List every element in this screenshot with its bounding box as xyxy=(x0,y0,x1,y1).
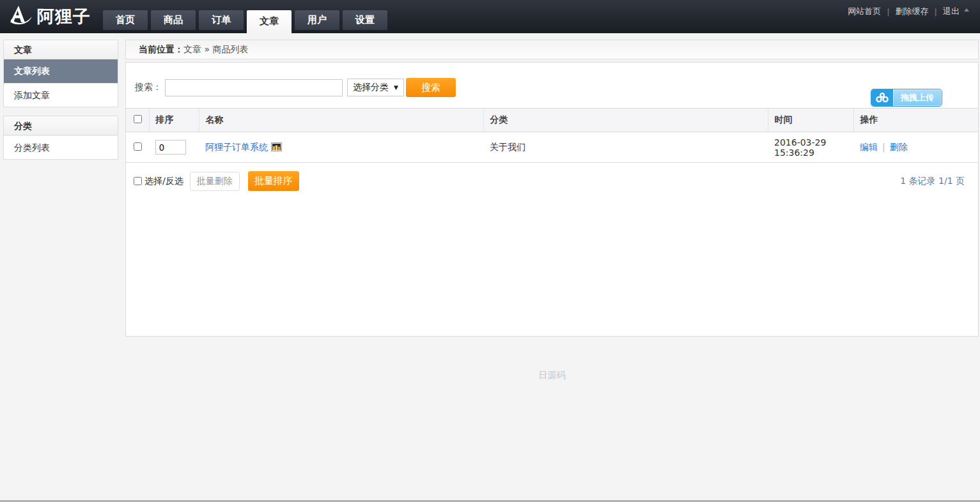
page-body: 文章 文章列表 添加文章 分类 分类列表 当前位置：文章 » 商品列表 搜索： … xyxy=(0,33,980,381)
sidebar: 文章 文章列表 添加文章 分类 分类列表 xyxy=(3,40,118,168)
pagination-summary: 1 条记录 1/1 页 xyxy=(900,176,965,187)
breadcrumb-path: 文章 » 商品列表 xyxy=(183,44,248,54)
search-label: 搜索： xyxy=(135,82,162,93)
article-name-link[interactable]: 阿狸子订单系统 xyxy=(205,142,268,152)
nav-tab-products[interactable]: 商品 xyxy=(151,10,196,30)
sidebar-group-categories: 分类 分类列表 xyxy=(3,116,118,160)
invert-selection-checkbox[interactable] xyxy=(134,177,142,185)
action-separator: | xyxy=(882,142,885,152)
column-header-actions: 操作 xyxy=(853,109,978,132)
content-panel: 搜索： 选择分类 ▼ 搜索 拖拽上传 xyxy=(125,62,979,337)
thumbnail-image-icon xyxy=(271,142,282,153)
logout-caret-icon xyxy=(964,8,969,11)
search-button[interactable]: 搜索 xyxy=(406,78,456,97)
table-header-row: 排序 名称 分类 时间 操作 xyxy=(126,109,978,132)
row-time: 2016-03-29 15:36:29 xyxy=(768,132,853,163)
logo-a-icon xyxy=(10,5,33,28)
sidebar-group-title: 分类 xyxy=(4,116,118,135)
column-header-name: 名称 xyxy=(199,109,483,132)
nav-tab-orders[interactable]: 订单 xyxy=(199,10,244,30)
cloud-cluster-icon xyxy=(871,89,893,106)
batch-actions: 选择/反选 批量删除 批量排序 1 条记录 1/1 页 xyxy=(126,163,978,191)
sidebar-group-title: 文章 xyxy=(4,40,118,59)
column-header-time: 时间 xyxy=(768,109,853,132)
breadcrumb: 当前位置：文章 » 商品列表 xyxy=(125,40,979,59)
topbar: 阿狸子 首页 商品 订单 文章 用户 设置 网站首页 | 删除缓存 | 退出 xyxy=(0,0,980,33)
chevron-down-icon: ▼ xyxy=(394,84,398,91)
nav-tab-users[interactable]: 用户 xyxy=(295,10,339,30)
search-bar: 搜索： 选择分类 ▼ 搜索 xyxy=(126,63,978,97)
main-content: 当前位置：文章 » 商品列表 搜索： 选择分类 ▼ 搜索 xyxy=(125,40,979,381)
batch-sort-button[interactable]: 批量排序 xyxy=(248,171,299,191)
sidebar-item-article-list[interactable]: 文章列表 xyxy=(4,59,118,83)
edit-link[interactable]: 编辑 xyxy=(860,142,878,152)
sidebar-item-add-article[interactable]: 添加文章 xyxy=(4,83,118,107)
column-header-sort: 排序 xyxy=(149,109,199,132)
article-table: 排序 名称 分类 时间 操作 阿狸子订单系统 xyxy=(126,108,978,163)
clear-cache-link[interactable]: 删除缓存 xyxy=(896,6,929,17)
sidebar-group-articles: 文章 文章列表 添加文章 xyxy=(3,40,118,107)
nav-tab-home[interactable]: 首页 xyxy=(103,10,148,30)
row-sort-input[interactable] xyxy=(155,140,186,155)
logo[interactable]: 阿狸子 xyxy=(10,5,91,28)
drag-upload-label: 拖拽上传 xyxy=(893,89,942,106)
category-select[interactable]: 选择分类 ▼ xyxy=(347,79,404,96)
site-home-link[interactable]: 网站首页 xyxy=(848,6,881,17)
breadcrumb-label: 当前位置： xyxy=(139,44,183,54)
logout-link[interactable]: 退出 xyxy=(943,6,960,17)
delete-link[interactable]: 删除 xyxy=(890,142,908,152)
table-row: 阿狸子订单系统 关于我们 2016-0 xyxy=(126,132,978,163)
header-select-all-checkbox[interactable] xyxy=(134,115,142,123)
logo-text: 阿狸子 xyxy=(37,5,91,28)
nav-tab-articles[interactable]: 文章 xyxy=(247,10,292,33)
search-input[interactable] xyxy=(165,79,343,96)
category-select-value: 选择分类 xyxy=(353,82,389,93)
sidebar-item-category-list[interactable]: 分类列表 xyxy=(4,135,118,159)
footer-text: 日源码 xyxy=(125,370,979,381)
nav-tab-settings[interactable]: 设置 xyxy=(343,10,387,30)
link-separator: | xyxy=(935,7,937,17)
main-nav: 首页 商品 订单 文章 用户 设置 xyxy=(103,10,391,33)
invert-selection-label: 选择/反选 xyxy=(144,176,183,187)
batch-delete-button[interactable]: 批量删除 xyxy=(190,172,240,191)
link-separator: | xyxy=(887,7,889,17)
row-checkbox[interactable] xyxy=(134,142,142,151)
column-header-category: 分类 xyxy=(483,109,768,132)
topbar-links: 网站首页 | 删除缓存 | 退出 xyxy=(848,6,969,17)
row-category: 关于我们 xyxy=(483,132,768,163)
drag-upload-button[interactable]: 拖拽上传 xyxy=(871,89,942,106)
